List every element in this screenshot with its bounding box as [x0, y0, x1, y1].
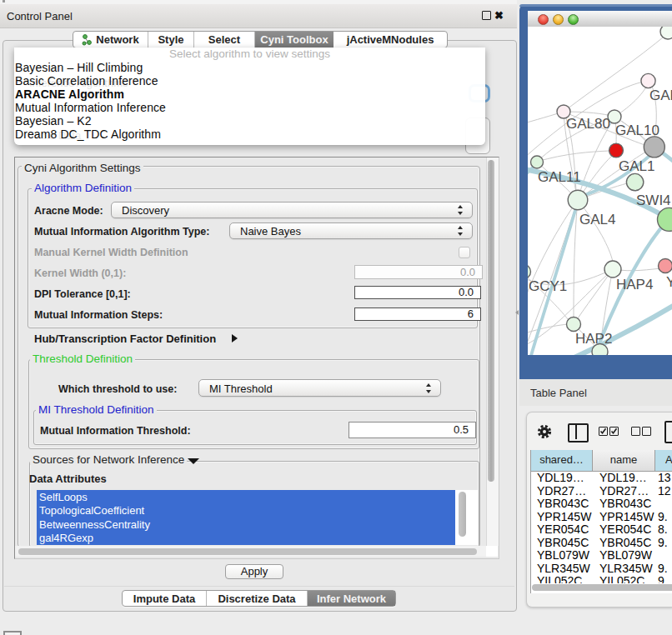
svg-text:GAL10: GAL10	[615, 122, 659, 138]
svg-text:GAL7: GAL7	[649, 88, 672, 103]
svg-text:GAL80: GAL80	[566, 116, 610, 132]
svg-text:GCY1: GCY1	[529, 278, 567, 294]
svg-text:GAL4: GAL4	[579, 212, 615, 228]
svg-text:GAL11: GAL11	[538, 169, 581, 185]
svg-text:HAP2: HAP2	[575, 331, 612, 347]
svg-text:Y: Y	[666, 274, 672, 290]
svg-text:SWI4: SWI4	[636, 192, 671, 208]
svg-text:HAP4: HAP4	[616, 277, 653, 292]
svg-text:GAL1: GAL1	[619, 158, 654, 174]
